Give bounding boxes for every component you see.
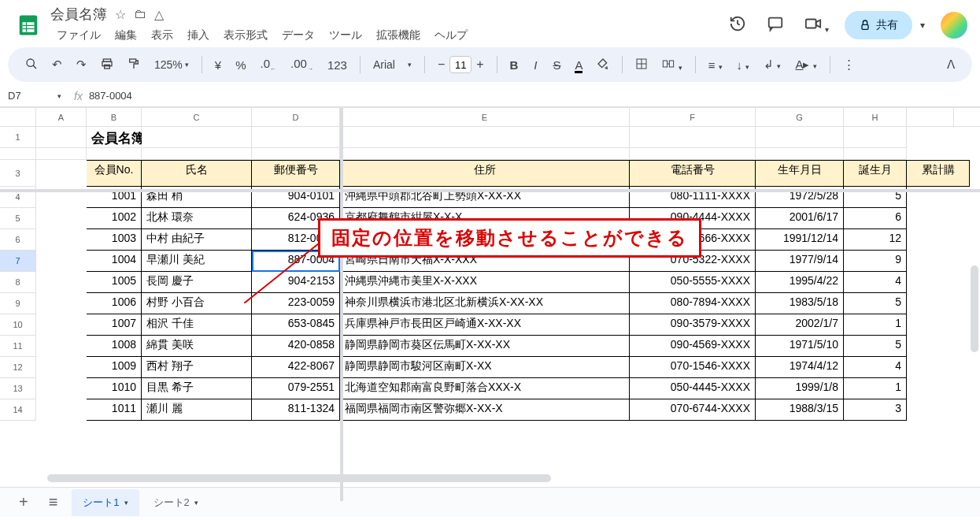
- strikethrough-icon[interactable]: S: [548, 55, 565, 75]
- namebox[interactable]: D7▾: [8, 90, 68, 102]
- cell[interactable]: 1: [844, 378, 907, 399]
- cell[interactable]: 1988/3/15: [756, 399, 844, 421]
- collapse-toolbar-icon[interactable]: ᐱ: [942, 54, 960, 75]
- text-rotation-icon[interactable]: A▸ ▾: [790, 54, 821, 75]
- history-icon[interactable]: [724, 10, 751, 41]
- cell[interactable]: [844, 148, 907, 160]
- doc-title[interactable]: 会員名簿: [50, 5, 107, 24]
- cell[interactable]: 1999/1/8: [756, 378, 844, 399]
- bold-icon[interactable]: B: [505, 55, 523, 75]
- cell[interactable]: 中村 由紀子: [142, 229, 252, 251]
- menu-拡張機能[interactable]: 拡張機能: [370, 25, 427, 46]
- text-wrap-icon[interactable]: ↲ ▾: [759, 54, 786, 75]
- cell[interactable]: [36, 251, 87, 272]
- row-header-12[interactable]: 12: [0, 357, 36, 378]
- freeze-line-horizontal[interactable]: [0, 189, 980, 192]
- cell[interactable]: 綿貫 美咲: [142, 336, 252, 357]
- cell[interactable]: 6: [844, 208, 907, 229]
- cell[interactable]: [142, 127, 252, 148]
- cell[interactable]: 静岡県静岡市駿河区南町X-XX: [340, 357, 630, 378]
- select-all-corner[interactable]: [0, 108, 36, 126]
- cell[interactable]: 相沢 千佳: [142, 314, 252, 336]
- cloud-status-icon[interactable]: △: [154, 7, 164, 22]
- share-caret[interactable]: ▾: [915, 15, 930, 35]
- avatar[interactable]: [941, 12, 967, 39]
- row-header-3[interactable]: 3: [0, 160, 36, 187]
- cell[interactable]: [36, 336, 87, 357]
- cell[interactable]: 北海道空知郡南富良野町落合XXX-X: [340, 378, 630, 399]
- cell[interactable]: 080-7894-XXXX: [630, 293, 756, 314]
- col-header-D[interactable]: D: [252, 108, 340, 126]
- col-header-H[interactable]: H: [844, 108, 907, 126]
- cell[interactable]: 422-8067: [252, 357, 340, 378]
- row-header-13[interactable]: 13: [0, 378, 36, 399]
- cell[interactable]: 誕生月: [844, 160, 907, 187]
- text-color-icon[interactable]: A: [570, 55, 587, 75]
- formula-bar[interactable]: 887-0004: [89, 90, 132, 102]
- cell[interactable]: 653-0845: [252, 314, 340, 336]
- increase-decimal-icon[interactable]: .00→: [286, 54, 318, 76]
- cell[interactable]: [252, 148, 340, 160]
- cell[interactable]: [36, 229, 87, 251]
- cell[interactable]: [252, 127, 340, 148]
- scrollbar-horizontal[interactable]: [47, 474, 551, 482]
- cell[interactable]: 420-0858: [252, 336, 340, 357]
- cell[interactable]: 会員No.: [87, 160, 142, 187]
- paint-format-icon[interactable]: [123, 54, 145, 76]
- row-header-1[interactable]: 1: [0, 127, 36, 148]
- cell[interactable]: 氏名: [142, 160, 252, 187]
- cell[interactable]: 1: [844, 314, 907, 336]
- freeze-line-vertical[interactable]: [340, 108, 343, 501]
- cell[interactable]: 福岡県福岡市南区警弥郷X-XX-X: [340, 399, 630, 421]
- all-sheets-icon[interactable]: ≡: [43, 490, 65, 514]
- cell[interactable]: [36, 127, 87, 148]
- row-header-[interactable]: [0, 148, 36, 160]
- undo-icon[interactable]: ↶: [47, 54, 67, 75]
- cell[interactable]: 神奈川県横浜市港北区北新横浜X-XX-XX: [340, 293, 630, 314]
- cell[interactable]: [36, 378, 87, 399]
- row-header-8[interactable]: 8: [0, 272, 36, 293]
- cell[interactable]: 050-5555-XXXX: [630, 272, 756, 293]
- cell[interactable]: 1010: [87, 378, 142, 399]
- row-header-5[interactable]: 5: [0, 208, 36, 229]
- row-header-14[interactable]: 14: [0, 399, 36, 421]
- sheet-tab-シート1[interactable]: シート1 ▾: [72, 489, 139, 516]
- cell[interactable]: 4: [844, 272, 907, 293]
- cell[interactable]: 1004: [87, 251, 142, 272]
- cell[interactable]: 1977/9/14: [756, 251, 844, 272]
- menu-表示形式[interactable]: 表示形式: [217, 25, 274, 46]
- scrollbar-vertical[interactable]: [971, 266, 978, 352]
- col-header-E[interactable]: E: [340, 108, 630, 126]
- col-header-G[interactable]: G: [756, 108, 844, 126]
- font-select[interactable]: Arial▾: [368, 55, 416, 74]
- cell[interactable]: 1974/4/12: [756, 357, 844, 378]
- cell[interactable]: [630, 127, 756, 148]
- cell[interactable]: 9: [844, 251, 907, 272]
- cell[interactable]: 1983/5/18: [756, 293, 844, 314]
- search-icon[interactable]: [20, 54, 43, 76]
- cell[interactable]: 1995/4/22: [756, 272, 844, 293]
- menu-挿入[interactable]: 挿入: [181, 25, 216, 46]
- add-sheet-icon[interactable]: +: [13, 490, 35, 514]
- cell[interactable]: 1005: [87, 272, 142, 293]
- menu-表示[interactable]: 表示: [145, 25, 179, 46]
- cell[interactable]: 早瀬川 美紀: [142, 251, 252, 272]
- borders-icon[interactable]: [631, 54, 653, 76]
- redo-icon[interactable]: ↷: [72, 54, 91, 75]
- cell[interactable]: 5: [844, 293, 907, 314]
- currency-icon[interactable]: ¥: [210, 55, 226, 75]
- cell[interactable]: [340, 127, 630, 148]
- cell[interactable]: [142, 148, 252, 160]
- menu-ファイル[interactable]: ファイル: [50, 25, 107, 46]
- cell[interactable]: 811-1324: [252, 399, 340, 421]
- cell[interactable]: [36, 399, 87, 421]
- fill-color-icon[interactable]: [592, 54, 614, 76]
- font-size-input[interactable]: [449, 56, 472, 73]
- cell[interactable]: 住所: [340, 160, 630, 187]
- cell[interactable]: 1009: [87, 357, 142, 378]
- menu-ツール[interactable]: ツール: [323, 25, 368, 46]
- italic-icon[interactable]: I: [527, 55, 543, 75]
- star-icon[interactable]: ☆: [115, 7, 126, 22]
- cell[interactable]: 050-4445-XXXX: [630, 378, 756, 399]
- cell[interactable]: 090-3579-XXXX: [630, 314, 756, 336]
